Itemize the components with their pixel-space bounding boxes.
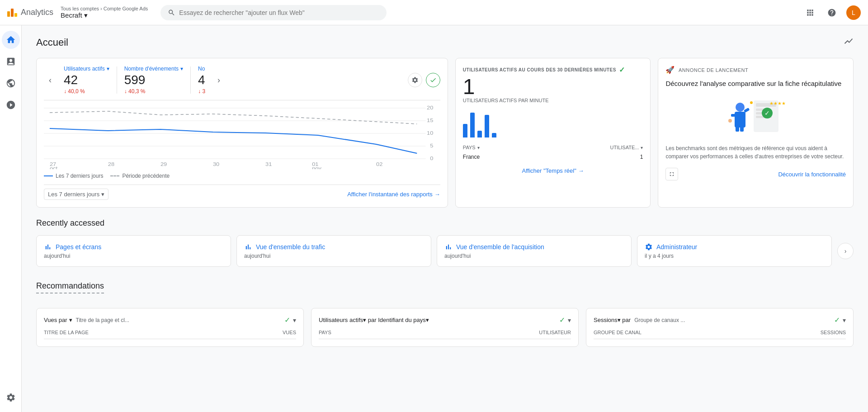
svg-text:28: 28 [108, 162, 114, 166]
svg-text:20: 20 [427, 106, 433, 110]
metric-active-users: Utilisateurs actifs ▾ 42 ↓ 40,0 % [64, 66, 109, 95]
svg-point-34 [728, 119, 732, 123]
recent-card-3-time: il y a 4 jours [645, 253, 824, 259]
stats-card: ‹ Utilisateurs actifs ▾ 42 ↓ 40,0 % Nomb… [36, 58, 448, 208]
recomm-dropdown-2[interactable]: ▾ [843, 317, 846, 324]
chart-legend: Les 7 derniers jours Période précédente [44, 173, 440, 179]
sidebar-item-home[interactable] [2, 31, 20, 49]
search-input[interactable] [179, 9, 379, 16]
svg-rect-30 [736, 125, 739, 132]
expand-button[interactable] [665, 168, 678, 180]
metric2-value: 599 [124, 73, 183, 87]
svg-text:15: 15 [427, 118, 433, 123]
recomm-dropdown-0[interactable]: ▾ [293, 317, 296, 324]
recommendations-row: Vues par ▾ Titre de la page et cl... ✓ ▾… [36, 308, 854, 347]
account-name[interactable]: Becraft ▾ [61, 11, 148, 19]
recomm-card-2-header: Sessions▾ par Groupe de canaux ... ✓ ▾ [594, 316, 846, 324]
sidebar [0, 25, 22, 358]
recently-accessed-title: Recently accessed [36, 218, 854, 228]
recent-card-0[interactable]: Pages et écrans aujourd'hui [36, 235, 231, 267]
svg-rect-28 [735, 112, 745, 128]
apps-icon[interactable] [803, 5, 817, 20]
recent-next-button[interactable]: › [837, 243, 854, 259]
chart-bottom: Les 7 derniers jours ▾ Afficher l'instan… [44, 185, 440, 200]
prev-metric-button[interactable]: ‹ [44, 74, 57, 86]
discover-link[interactable]: Découvrir la fonctionnalité [778, 171, 846, 178]
view-realtime-link[interactable]: Afficher "Temps réel" → [463, 167, 643, 174]
metric3-value: 4 [198, 73, 205, 87]
metric3-label[interactable]: No [198, 66, 205, 72]
legend-previous: Période précédente [110, 173, 170, 179]
page-title: Accueil [36, 37, 68, 48]
recent-card-2[interactable]: Vue d'ensemble de l'acquisition aujourd'… [437, 235, 632, 267]
legend-current: Les 7 derniers jours [44, 173, 103, 179]
stats-icons [408, 73, 440, 87]
announce-description: Les benchmarks sont des métriques de réf… [665, 144, 846, 161]
customize-icon[interactable] [844, 36, 854, 49]
recomm-card-0-header: Vues par ▾ Titre de la page et cl... ✓ ▾ [44, 316, 296, 324]
announce-title: Découvrez l'analyse comparative sur la f… [665, 79, 846, 88]
rocket-icon: 🚀 [665, 66, 675, 74]
realtime-table-header: PAYS ▾ UTILISATE... ▾ [463, 145, 643, 150]
sidebar-item-explore[interactable] [2, 74, 20, 92]
customize-metrics-button[interactable] [408, 73, 422, 87]
sidebar-item-reports[interactable] [2, 52, 20, 71]
recomm-card-1-title: Utilisateurs actifs▾ par Identifiant du … [319, 317, 429, 323]
compare-button[interactable] [426, 73, 440, 87]
recomm-card-1-actions: ✓ ▾ [559, 316, 571, 324]
recomm-card-2: Sessions▾ par Groupe de canaux ... ✓ ▾ G… [586, 308, 854, 347]
recomm-card-0-actions: ✓ ▾ [284, 316, 296, 324]
col-users[interactable]: UTILISATE... ▾ [610, 145, 643, 150]
realtime-sublabel: UTILISATEURS ACTIFS PAR MINUTE [463, 98, 643, 103]
svg-text:5: 5 [430, 143, 433, 148]
view-reports-link[interactable]: Afficher l'instantané des rapports → [347, 191, 440, 198]
recomm-table-1-header: PAYS UTILISATEUR [319, 330, 571, 339]
col-country[interactable]: PAYS ▾ [463, 145, 480, 150]
svg-text:oct.: oct. [50, 166, 59, 169]
svg-point-27 [736, 103, 745, 112]
help-icon[interactable] [825, 5, 839, 20]
sidebar-item-advertising[interactable] [2, 96, 20, 114]
recent-card-1-title: Vue d'ensemble du trafic [244, 243, 424, 251]
metric1-label[interactable]: Utilisateurs actifs ▾ [64, 66, 109, 72]
mini-bar-3 [477, 131, 482, 137]
mini-bar-2 [470, 113, 475, 137]
metric3-change: ↓ 3 [198, 88, 205, 95]
metric-events: Nombre d'événements ▾ 599 ↓ 40,3 % [124, 66, 183, 95]
app-name: Analytics [21, 8, 53, 17]
realtime-title: UTILISATEURS ACTIFS AU COURS DES 30 DERN… [463, 66, 643, 74]
realtime-mini-bars [463, 110, 643, 137]
svg-text:31: 31 [265, 162, 272, 166]
mini-bar-1 [463, 124, 467, 137]
announce-illustration: ★★★★★ ✓ [665, 94, 846, 139]
chart-bar-icon [44, 243, 52, 251]
divider-2 [190, 66, 191, 94]
svg-text:★★★★★: ★★★★★ [769, 101, 785, 106]
recent-card-1-time: aujourd'hui [244, 253, 424, 259]
search-bar[interactable] [160, 5, 387, 20]
next-metric-button[interactable]: › [212, 74, 225, 86]
stats-header: ‹ Utilisateurs actifs ▾ 42 ↓ 40,0 % Nomb… [44, 66, 440, 100]
metric2-label[interactable]: Nombre d'événements ▾ [124, 66, 183, 72]
chart-bar-icon [244, 243, 252, 251]
recomm-dropdown-1[interactable]: ▾ [568, 317, 571, 324]
period-selector[interactable]: Les 7 derniers jours ▾ [44, 189, 108, 200]
breadcrumb: Tous les comptes › Compte Google Ads [61, 6, 148, 11]
svg-text:10: 10 [427, 131, 433, 135]
recomm-card-0-title: Vues par ▾ Titre de la page et cl... [44, 317, 129, 323]
recomm-card-1: Utilisateurs actifs▾ par Identifiant du … [311, 308, 579, 347]
svg-text:✓: ✓ [764, 109, 770, 117]
recent-card-2-time: aujourd'hui [444, 253, 624, 259]
logo: Analytics [7, 8, 53, 17]
user-avatar[interactable]: L [846, 5, 861, 20]
recent-card-3[interactable]: Administrateur il y a 4 jours [637, 235, 832, 267]
mini-bar-4 [485, 115, 489, 137]
mini-bar-5 [492, 133, 496, 137]
announce-footer: Découvrir la fonctionnalité [665, 168, 846, 180]
recomm-card-2-title: Sessions▾ par Groupe de canaux ... [594, 317, 685, 323]
recent-card-1[interactable]: Vue d'ensemble du trafic aujourd'hui [236, 235, 431, 267]
legend-prev-line [110, 175, 119, 176]
top-navigation: Analytics Tous les comptes › Compte Goog… [0, 0, 868, 25]
recently-accessed-row: Pages et écrans aujourd'hui Vue d'ensemb… [36, 235, 854, 267]
recomm-table-0-header: TITRE DE LA PAGE VUES [44, 330, 296, 339]
